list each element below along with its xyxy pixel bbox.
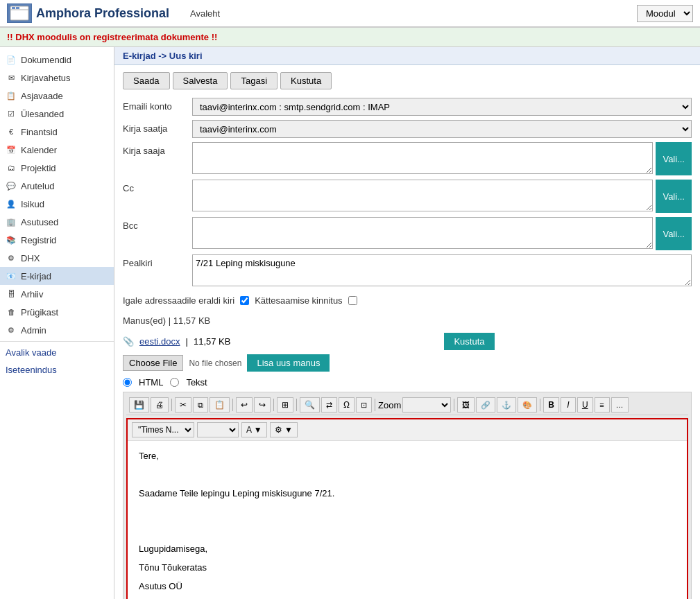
cc-vali-button[interactable]: Vali... (656, 180, 692, 213)
editor-body[interactable]: Tere, Saadame Teile lepingu Leping miski… (128, 441, 687, 599)
pealkiri-textarea[interactable] (192, 254, 692, 286)
anchor-button[interactable]: ⚓ (497, 397, 516, 413)
igale-checkbox[interactable] (240, 296, 249, 305)
projektid-icon: 🗂 (6, 162, 17, 173)
find-icon-button[interactable]: 🔍 (300, 397, 320, 413)
sidebar-item-isikud[interactable]: 👤 Isikud (0, 195, 114, 213)
cc-label: Cc (123, 180, 192, 193)
highlight-button[interactable]: ⚙ ▼ (270, 422, 298, 437)
choose-file-label[interactable]: Choose File (123, 355, 183, 371)
sidebar-item-ekirjad[interactable]: 📧 E-kirjad (0, 267, 114, 285)
attachment-kustuta-button[interactable]: Kustuta (444, 333, 494, 350)
bcc-field: Vali... (192, 217, 692, 250)
kirja-saaja-textarea[interactable] (192, 142, 653, 174)
cc-field: Vali... (192, 180, 692, 213)
dokumendid-icon: 📄 (6, 54, 17, 65)
sidebar-item-projektid[interactable]: 🗂 Projektid (0, 159, 114, 177)
kattesaamise-label: Kättesaamise kinnitus (255, 295, 342, 306)
sidebar-item-iseteenindus[interactable]: Iseteenindus (0, 361, 114, 379)
frame-button[interactable]: ⊡ (356, 397, 372, 413)
svg-rect-2 (12, 7, 15, 9)
isikud-icon: 👤 (6, 198, 17, 209)
arutelud-icon: 💬 (6, 180, 17, 191)
print-icon-button[interactable]: 🖨 (151, 397, 169, 413)
module-selector[interactable]: Moodul (637, 5, 693, 22)
radio-row: HTML Tekst (123, 377, 692, 388)
font-color-button[interactable]: A ▼ (241, 422, 267, 437)
redo-icon-button[interactable]: ↪ (254, 397, 271, 413)
body-line-6: Lugupidamisega, (139, 542, 676, 557)
save-icon-button[interactable]: 💾 (129, 397, 149, 413)
sidebar-item-dokumendid[interactable]: 📄 Dokumendid (0, 51, 114, 69)
lisa-manus-button[interactable]: Lisa uus manus (247, 354, 330, 372)
underline-button[interactable]: U (577, 397, 593, 413)
cc-row: Cc Vali... (123, 180, 692, 213)
cc-textarea[interactable] (192, 180, 653, 211)
link-button[interactable]: 🔗 (476, 397, 495, 413)
sidebar-item-registrid[interactable]: 📚 Registrid (0, 231, 114, 249)
html-radio[interactable] (123, 378, 132, 387)
copy-icon-button[interactable]: ⧉ (193, 397, 208, 413)
size-select[interactable] (197, 422, 239, 437)
bold-button[interactable]: B (543, 397, 559, 413)
pealkiri-label: Pealkiri (123, 254, 192, 268)
module-select[interactable]: Moodul (637, 5, 693, 22)
kustuta-button[interactable]: Kustuta (280, 72, 332, 89)
finantsid-icon: € (6, 126, 17, 137)
saada-button[interactable]: Saada (123, 72, 170, 89)
warning-bar: !! DHX moodulis on registreerimata dokum… (0, 28, 700, 47)
attachment-link[interactable]: eesti.docx (139, 336, 180, 347)
sidebar-item-uelesanded[interactable]: ☑ Ülesanded (0, 105, 114, 123)
sidebar-item-arhiiv[interactable]: 🗄 Arhiiv (0, 285, 114, 303)
sidebar-label-admin: Admin (21, 325, 46, 336)
table-icon-button[interactable]: ⊞ (277, 397, 293, 413)
body-line-8: Asutus OÜ (139, 580, 676, 594)
undo-icon-button[interactable]: ↩ (236, 397, 253, 413)
special-char-button[interactable]: Ω (339, 397, 355, 413)
sidebar-item-asjavaade[interactable]: 📋 Asjavaade (0, 87, 114, 105)
toolbar-separator-1 (171, 399, 172, 411)
kirja-saaja-vali-button[interactable]: Vali... (656, 142, 692, 175)
emaili-konto-select[interactable]: taavi@interinx.com : smtp.sendgrid.com :… (192, 98, 692, 116)
sidebar-item-admin[interactable]: ⚙ Admin (0, 321, 114, 339)
sidebar-item-kirjavahetus[interactable]: ✉ Kirjavahetus (0, 69, 114, 87)
bcc-textarea[interactable] (192, 217, 653, 249)
sidebar-item-avalik-vaade[interactable]: Avalik vaade (0, 344, 114, 361)
salvesta-button[interactable]: Salvesta (173, 72, 228, 89)
font-select[interactable]: "Times N... (132, 422, 194, 437)
nav-avaleht[interactable]: Avaleht (190, 8, 220, 19)
sidebar-item-asutused[interactable]: 🏢 Asutused (0, 213, 114, 231)
tagasi-button[interactable]: Tagasi (230, 72, 278, 89)
kirja-saaja-label: Kirja saaja (123, 142, 192, 156)
sidebar-item-arutelud[interactable]: 💬 Arutelud (0, 177, 114, 195)
kattesaamise-checkbox[interactable] (348, 296, 357, 305)
sidebar-item-dhx[interactable]: ⚙ DHX (0, 249, 114, 267)
sidebar-item-finantsid[interactable]: € Finantsid (0, 123, 114, 141)
pealkiri-field[interactable] (192, 254, 692, 288)
editor-outer: 💾 🖨 ✂ ⧉ 📋 ↩ ↪ ⊞ 🔍 ⇄ Ω ⊡ (123, 392, 692, 599)
pealkiri-row: Pealkiri (123, 254, 692, 288)
kirja-saatja-field[interactable]: taavi@interinx.com (192, 120, 692, 138)
more-button[interactable]: … (611, 397, 629, 413)
cut-icon-button[interactable]: ✂ (175, 397, 191, 413)
sidebar-item-kalender[interactable]: 📅 Kalender (0, 141, 114, 159)
tekst-radio[interactable] (170, 378, 179, 387)
replace-icon-button[interactable]: ⇄ (321, 397, 337, 413)
sidebar-item-prugikast[interactable]: 🗑 Prügikast (0, 303, 114, 321)
content-area: E-kirjad -> Uus kiri Saada Salvesta Taga… (114, 47, 700, 599)
paste-icon-button[interactable]: 📋 (210, 397, 230, 413)
toolbar-separator-4 (296, 399, 297, 411)
body-line-3: Saadame Teile lepingu Leping miskisugune… (139, 487, 676, 501)
emaili-konto-field[interactable]: taavi@interinx.com : smtp.sendgrid.com :… (192, 98, 692, 116)
zoom-select[interactable] (402, 397, 451, 413)
sidebar-label-kalender: Kalender (21, 145, 57, 155)
align-button[interactable]: ≡ (595, 397, 610, 413)
bcc-vali-button[interactable]: Vali... (656, 217, 692, 250)
sidebar-label-arutelud: Arutelud (21, 181, 54, 191)
igale-label: Igale adressaadile eraldi kiri (123, 295, 234, 306)
sidebar-label-kirjavahetus: Kirjavahetus (21, 73, 71, 83)
italic-button[interactable]: I (561, 397, 576, 413)
color-button[interactable]: 🎨 (518, 397, 537, 413)
kirja-saatja-select[interactable]: taavi@interinx.com (192, 120, 692, 138)
img-button[interactable]: 🖼 (457, 397, 475, 413)
